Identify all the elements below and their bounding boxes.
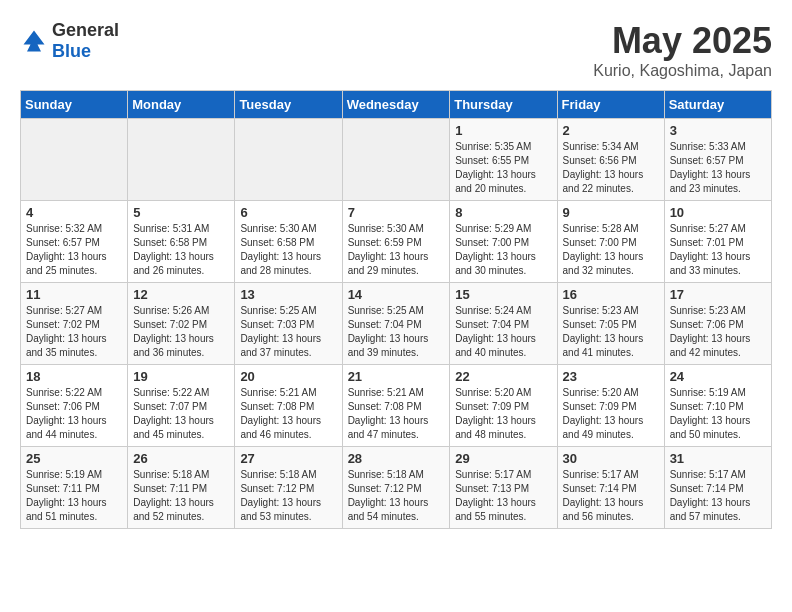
day-number: 26 [133,451,229,466]
page-header: General Blue May 2025 Kurio, Kagoshima, … [20,20,772,80]
calendar-week-row: 18Sunrise: 5:22 AM Sunset: 7:06 PM Dayli… [21,365,772,447]
day-number: 25 [26,451,122,466]
day-info: Sunrise: 5:19 AM Sunset: 7:10 PM Dayligh… [670,386,766,442]
day-info: Sunrise: 5:24 AM Sunset: 7:04 PM Dayligh… [455,304,551,360]
day-info: Sunrise: 5:25 AM Sunset: 7:04 PM Dayligh… [348,304,445,360]
calendar-day-cell: 17Sunrise: 5:23 AM Sunset: 7:06 PM Dayli… [664,283,771,365]
calendar-day-cell: 4Sunrise: 5:32 AM Sunset: 6:57 PM Daylig… [21,201,128,283]
day-info: Sunrise: 5:33 AM Sunset: 6:57 PM Dayligh… [670,140,766,196]
day-info: Sunrise: 5:30 AM Sunset: 6:59 PM Dayligh… [348,222,445,278]
day-info: Sunrise: 5:27 AM Sunset: 7:01 PM Dayligh… [670,222,766,278]
calendar-day-cell: 20Sunrise: 5:21 AM Sunset: 7:08 PM Dayli… [235,365,342,447]
calendar-day-cell: 1Sunrise: 5:35 AM Sunset: 6:55 PM Daylig… [450,119,557,201]
day-info: Sunrise: 5:25 AM Sunset: 7:03 PM Dayligh… [240,304,336,360]
weekday-header-thursday: Thursday [450,91,557,119]
calendar-day-cell: 3Sunrise: 5:33 AM Sunset: 6:57 PM Daylig… [664,119,771,201]
month-title: May 2025 [593,20,772,62]
day-number: 12 [133,287,229,302]
calendar-day-cell: 15Sunrise: 5:24 AM Sunset: 7:04 PM Dayli… [450,283,557,365]
calendar-day-cell: 23Sunrise: 5:20 AM Sunset: 7:09 PM Dayli… [557,365,664,447]
weekday-header-sunday: Sunday [21,91,128,119]
weekday-header-tuesday: Tuesday [235,91,342,119]
day-info: Sunrise: 5:20 AM Sunset: 7:09 PM Dayligh… [563,386,659,442]
day-info: Sunrise: 5:29 AM Sunset: 7:00 PM Dayligh… [455,222,551,278]
title-area: May 2025 Kurio, Kagoshima, Japan [593,20,772,80]
calendar-week-row: 1Sunrise: 5:35 AM Sunset: 6:55 PM Daylig… [21,119,772,201]
day-number: 4 [26,205,122,220]
logo-blue: Blue [52,41,91,61]
calendar-day-cell: 7Sunrise: 5:30 AM Sunset: 6:59 PM Daylig… [342,201,450,283]
day-number: 5 [133,205,229,220]
day-info: Sunrise: 5:17 AM Sunset: 7:14 PM Dayligh… [670,468,766,524]
calendar-day-cell: 28Sunrise: 5:18 AM Sunset: 7:12 PM Dayli… [342,447,450,529]
calendar-table: SundayMondayTuesdayWednesdayThursdayFrid… [20,90,772,529]
day-number: 31 [670,451,766,466]
day-info: Sunrise: 5:32 AM Sunset: 6:57 PM Dayligh… [26,222,122,278]
day-number: 18 [26,369,122,384]
location-title: Kurio, Kagoshima, Japan [593,62,772,80]
calendar-day-cell: 30Sunrise: 5:17 AM Sunset: 7:14 PM Dayli… [557,447,664,529]
day-number: 30 [563,451,659,466]
day-info: Sunrise: 5:18 AM Sunset: 7:12 PM Dayligh… [240,468,336,524]
calendar-day-cell [21,119,128,201]
day-number: 24 [670,369,766,384]
day-info: Sunrise: 5:34 AM Sunset: 6:56 PM Dayligh… [563,140,659,196]
day-info: Sunrise: 5:22 AM Sunset: 7:07 PM Dayligh… [133,386,229,442]
calendar-day-cell: 12Sunrise: 5:26 AM Sunset: 7:02 PM Dayli… [128,283,235,365]
day-info: Sunrise: 5:19 AM Sunset: 7:11 PM Dayligh… [26,468,122,524]
day-number: 16 [563,287,659,302]
calendar-day-cell: 9Sunrise: 5:28 AM Sunset: 7:00 PM Daylig… [557,201,664,283]
calendar-day-cell: 27Sunrise: 5:18 AM Sunset: 7:12 PM Dayli… [235,447,342,529]
day-info: Sunrise: 5:28 AM Sunset: 7:00 PM Dayligh… [563,222,659,278]
day-number: 10 [670,205,766,220]
day-info: Sunrise: 5:31 AM Sunset: 6:58 PM Dayligh… [133,222,229,278]
calendar-day-cell: 5Sunrise: 5:31 AM Sunset: 6:58 PM Daylig… [128,201,235,283]
calendar-day-cell: 2Sunrise: 5:34 AM Sunset: 6:56 PM Daylig… [557,119,664,201]
day-number: 29 [455,451,551,466]
logo-icon [20,27,48,55]
weekday-header-row: SundayMondayTuesdayWednesdayThursdayFrid… [21,91,772,119]
day-number: 20 [240,369,336,384]
calendar-day-cell: 24Sunrise: 5:19 AM Sunset: 7:10 PM Dayli… [664,365,771,447]
calendar-day-cell: 13Sunrise: 5:25 AM Sunset: 7:03 PM Dayli… [235,283,342,365]
weekday-header-monday: Monday [128,91,235,119]
day-number: 6 [240,205,336,220]
day-number: 27 [240,451,336,466]
svg-marker-0 [24,31,45,52]
day-info: Sunrise: 5:27 AM Sunset: 7:02 PM Dayligh… [26,304,122,360]
calendar-day-cell: 31Sunrise: 5:17 AM Sunset: 7:14 PM Dayli… [664,447,771,529]
day-number: 15 [455,287,551,302]
day-info: Sunrise: 5:17 AM Sunset: 7:13 PM Dayligh… [455,468,551,524]
calendar-day-cell: 25Sunrise: 5:19 AM Sunset: 7:11 PM Dayli… [21,447,128,529]
day-info: Sunrise: 5:30 AM Sunset: 6:58 PM Dayligh… [240,222,336,278]
logo-text: General Blue [52,20,119,62]
calendar-day-cell: 16Sunrise: 5:23 AM Sunset: 7:05 PM Dayli… [557,283,664,365]
weekday-header-wednesday: Wednesday [342,91,450,119]
day-info: Sunrise: 5:35 AM Sunset: 6:55 PM Dayligh… [455,140,551,196]
logo-general: General [52,20,119,40]
day-info: Sunrise: 5:23 AM Sunset: 7:05 PM Dayligh… [563,304,659,360]
day-number: 1 [455,123,551,138]
calendar-day-cell [342,119,450,201]
day-number: 14 [348,287,445,302]
calendar-day-cell: 14Sunrise: 5:25 AM Sunset: 7:04 PM Dayli… [342,283,450,365]
day-number: 28 [348,451,445,466]
day-number: 8 [455,205,551,220]
day-info: Sunrise: 5:22 AM Sunset: 7:06 PM Dayligh… [26,386,122,442]
day-info: Sunrise: 5:23 AM Sunset: 7:06 PM Dayligh… [670,304,766,360]
calendar-day-cell: 19Sunrise: 5:22 AM Sunset: 7:07 PM Dayli… [128,365,235,447]
calendar-day-cell: 11Sunrise: 5:27 AM Sunset: 7:02 PM Dayli… [21,283,128,365]
calendar-day-cell: 22Sunrise: 5:20 AM Sunset: 7:09 PM Dayli… [450,365,557,447]
day-number: 9 [563,205,659,220]
day-info: Sunrise: 5:18 AM Sunset: 7:11 PM Dayligh… [133,468,229,524]
day-info: Sunrise: 5:21 AM Sunset: 7:08 PM Dayligh… [240,386,336,442]
calendar-day-cell: 21Sunrise: 5:21 AM Sunset: 7:08 PM Dayli… [342,365,450,447]
day-number: 17 [670,287,766,302]
day-number: 2 [563,123,659,138]
weekday-header-friday: Friday [557,91,664,119]
calendar-week-row: 25Sunrise: 5:19 AM Sunset: 7:11 PM Dayli… [21,447,772,529]
day-number: 21 [348,369,445,384]
calendar-day-cell: 8Sunrise: 5:29 AM Sunset: 7:00 PM Daylig… [450,201,557,283]
day-number: 19 [133,369,229,384]
day-number: 13 [240,287,336,302]
